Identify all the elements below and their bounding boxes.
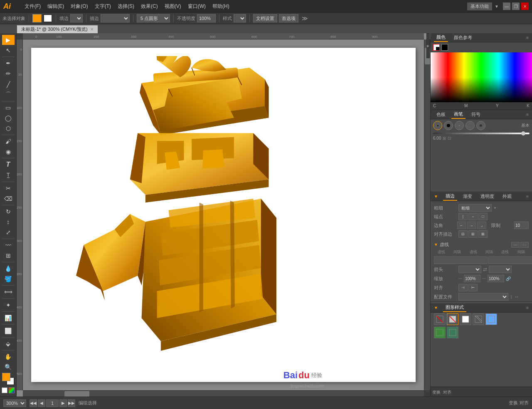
fg-color-swatch[interactable]: [2, 373, 10, 381]
panel-collapse-button[interactable]: ▶: [426, 33, 430, 58]
last-page-button[interactable]: ▶▶: [68, 399, 75, 407]
prefs-button[interactable]: 首选项: [279, 14, 298, 22]
stroke-mode-icon[interactable]: [441, 44, 448, 51]
color-panel-menu-icon[interactable]: ≡: [526, 35, 529, 40]
dashed-icon-2[interactable]: - -: [520, 242, 529, 248]
line-tool[interactable]: ╱: [2, 79, 15, 89]
none-fill-icon[interactable]: [2, 387, 7, 393]
more-options-icon[interactable]: ≫: [302, 15, 308, 22]
document-tab[interactable]: 未标题-1* @ 300% (CMYK/预览) ✕: [17, 25, 98, 33]
shape-style-none[interactable]: [434, 313, 446, 325]
hand-tool[interactable]: ✋: [2, 352, 15, 362]
color-gradient[interactable]: [431, 52, 532, 102]
brush-panel-menu-icon[interactable]: ≡: [526, 112, 529, 117]
scale-input-2[interactable]: [488, 275, 504, 282]
profile-select[interactable]: [458, 293, 508, 301]
workspace-button[interactable]: 基本功能: [467, 2, 492, 10]
dashed-icon-1[interactable]: —: [511, 242, 520, 248]
brush-dot-5[interactable]: [476, 121, 485, 130]
transform-tab[interactable]: 渐变: [461, 192, 475, 200]
round-cap-button[interactable]: ⌢: [468, 213, 478, 220]
brush-dot-2[interactable]: [444, 121, 453, 130]
symbol-tab[interactable]: 符号: [469, 111, 483, 118]
arrow-start-select[interactable]: [458, 266, 481, 273]
eraser-tool[interactable]: ⌫: [2, 194, 15, 204]
align-right-button[interactable]: ⊢: [468, 284, 478, 291]
brush-size-expand-icon[interactable]: ⊞: [443, 136, 446, 140]
menu-select[interactable]: 选择(S): [115, 2, 137, 11]
brush-opacity-icon[interactable]: ⊡: [448, 136, 451, 140]
miter-join-button[interactable]: ⌐: [457, 222, 466, 229]
opacity-input[interactable]: [197, 14, 216, 22]
brush-tab[interactable]: 画笔: [451, 110, 466, 119]
dash-input-1[interactable]: [434, 256, 488, 264]
artboard-tool[interactable]: ⬜: [2, 326, 15, 336]
horizontal-scrollbar[interactable]: [23, 390, 424, 397]
menu-object[interactable]: 对象(O): [68, 2, 90, 11]
bevel-join-button[interactable]: ⌟: [477, 222, 486, 229]
tab-close-icon[interactable]: ✕: [90, 27, 94, 32]
free-transform-tool[interactable]: ⊞: [2, 251, 15, 261]
stroke-panel-menu-icon[interactable]: ≡: [526, 194, 529, 199]
shape-panel-menu-icon[interactable]: ≡: [526, 306, 529, 310]
shape-style-white[interactable]: [460, 313, 471, 325]
menu-help[interactable]: 帮助(H): [210, 2, 232, 11]
blend-tool[interactable]: ⟺: [2, 287, 15, 297]
restore-button[interactable]: ❐: [512, 2, 520, 10]
stroke-weight-select[interactable]: 粗细: [458, 204, 492, 212]
fill-select[interactable]: [70, 14, 83, 22]
dashed-collapse-icon[interactable]: ▼: [434, 242, 438, 247]
canvas-area[interactable]: 0 100 200 300 400 500 600 700 800 900 0 …: [17, 33, 430, 397]
pencil-tool[interactable]: ✏: [2, 69, 15, 79]
align-bottom-tab[interactable]: 对齐: [443, 389, 451, 395]
swatch-tab[interactable]: 色板: [434, 111, 448, 118]
close-button[interactable]: ✕: [521, 2, 529, 10]
profile-flip2-icon[interactable]: ↔: [514, 294, 519, 300]
arc-tool[interactable]: ⌒: [2, 90, 15, 100]
appearance-tab[interactable]: 外观: [500, 192, 514, 200]
menu-window[interactable]: 窗口(W): [185, 2, 208, 11]
scale-tool[interactable]: ⤢: [2, 227, 15, 237]
zoom-select[interactable]: 300%: [3, 399, 26, 407]
color-tab[interactable]: 颜色: [434, 33, 448, 42]
transform-bottom-tab[interactable]: 变换: [432, 389, 441, 395]
point-shape-select[interactable]: 5 点圆形: [137, 14, 170, 22]
blob-brush-tool[interactable]: ◉: [2, 147, 15, 157]
outside-align-button[interactable]: ⊠: [478, 230, 488, 238]
slice-tool[interactable]: ⬙: [2, 339, 15, 349]
profile-flip-icon[interactable]: ↕: [510, 294, 512, 300]
align-left-button[interactable]: ⊣: [458, 284, 468, 291]
ellipse-tool[interactable]: ◯: [2, 113, 15, 123]
prev-page-button[interactable]: ◀: [38, 399, 45, 407]
rectangle-tool[interactable]: ▭: [2, 103, 15, 113]
color-mode-icon[interactable]: [433, 44, 440, 51]
brush-tool[interactable]: 🖌: [2, 136, 15, 146]
scale-input-1[interactable]: [464, 275, 480, 282]
warp-tool[interactable]: 〰: [2, 240, 15, 250]
reflect-tool[interactable]: ↕: [2, 217, 15, 227]
center-align-button[interactable]: ⊟: [458, 230, 468, 238]
gradient-icon[interactable]: [9, 387, 15, 393]
polygon-tool[interactable]: ⬡: [2, 123, 15, 133]
menu-view[interactable]: 视图(V): [162, 2, 184, 11]
stroke-color-swatch[interactable]: [43, 14, 52, 22]
menu-type[interactable]: 文字(T): [92, 2, 113, 11]
brush-dot-3[interactable]: [455, 121, 464, 130]
arrow-end-select[interactable]: [489, 266, 512, 273]
select-tool[interactable]: ▶: [2, 35, 15, 45]
shape-style-blue[interactable]: [485, 313, 497, 325]
menu-edit[interactable]: 编辑(E): [45, 2, 66, 11]
rotate-tool[interactable]: ↻: [2, 207, 15, 217]
type-tool[interactable]: T: [2, 160, 15, 170]
shape-style-teal[interactable]: [447, 327, 458, 338]
square-cap-button[interactable]: □: [478, 213, 488, 220]
pen-tool[interactable]: ✒: [2, 58, 15, 68]
direct-select-tool[interactable]: ↖: [2, 45, 15, 55]
scissors-tool[interactable]: ✂: [2, 183, 15, 193]
doc-setup-button[interactable]: 文档设置: [253, 14, 277, 22]
brush-dot-4[interactable]: [466, 121, 475, 130]
stroke-select[interactable]: [101, 14, 130, 22]
shape-style-striped[interactable]: [473, 313, 484, 325]
round-join-button[interactable]: ⌣: [467, 222, 476, 229]
shape-style-label[interactable]: 图形样式: [443, 303, 466, 312]
